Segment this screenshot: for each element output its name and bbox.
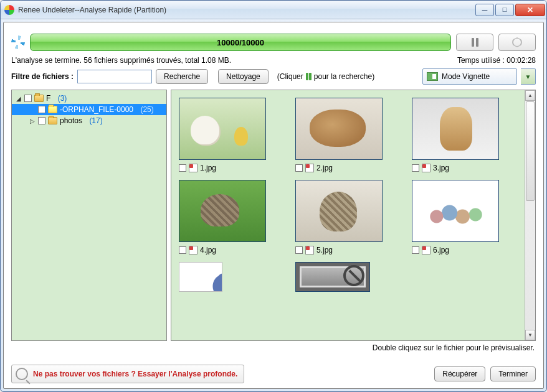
thumbnail-image[interactable] — [179, 98, 266, 160]
spinner-icon — [11, 35, 25, 49]
window-title: Renee Undeleter--Analyse Rapide (Partiti… — [18, 6, 475, 14]
filter-hint: (Cliquer pour la recherche) — [277, 72, 374, 81]
finish-button[interactable]: Terminer — [490, 366, 536, 381]
tree-checkbox[interactable] — [38, 106, 45, 113]
tree-label: photos — [60, 116, 82, 125]
file-checkbox[interactable] — [295, 246, 303, 254]
stop-button[interactable] — [498, 34, 536, 51]
elapsed-time: Temps utilisé : 00:02:28 — [457, 56, 536, 65]
scroll-thumb[interactable] — [526, 101, 535, 201]
file-thumb[interactable]: 6.jpg — [412, 180, 517, 254]
collapse-icon[interactable]: ◢ — [16, 95, 22, 102]
file-checkbox[interactable] — [179, 164, 186, 172]
tree-row-orphan[interactable]: -ORPHAN_FILE-0000 (25) — [12, 104, 166, 115]
thumbnail-grid: 1.jpg 2.jpg — [171, 90, 525, 340]
file-thumb[interactable]: 3.jpg — [412, 98, 517, 172]
tree-row-root[interactable]: ◢ F (3) — [12, 93, 166, 104]
tree-checkbox[interactable] — [38, 117, 45, 124]
jpg-icon — [422, 246, 430, 254]
file-checkbox[interactable] — [412, 164, 419, 172]
scroll-down-button[interactable]: ▼ — [525, 330, 535, 340]
thumbnail-image[interactable] — [295, 180, 383, 242]
jpg-icon — [422, 164, 430, 172]
progress-text: 10000/10000 — [217, 38, 264, 47]
recover-button[interactable]: Récupérer — [434, 366, 485, 381]
maximize-button[interactable] — [495, 4, 514, 16]
jpg-icon — [305, 164, 314, 172]
app-window: Renee Undeleter--Analyse Rapide (Partiti… — [0, 0, 547, 392]
thumbnail-image[interactable] — [459, 262, 471, 274]
folder-icon — [34, 95, 44, 102]
thumbnail-image[interactable] — [295, 262, 370, 292]
pause-button[interactable] — [456, 34, 493, 51]
magnifier-icon — [16, 368, 28, 380]
filter-input[interactable] — [77, 70, 152, 83]
folder-icon — [48, 106, 57, 113]
preview-hint: Double cliquez sur le fichier pour le pr… — [11, 341, 536, 358]
file-name: 6.jpg — [433, 246, 449, 254]
minimize-button[interactable] — [475, 4, 494, 16]
file-thumb[interactable] — [295, 262, 401, 292]
file-checkbox[interactable] — [295, 164, 303, 172]
clear-button[interactable]: Nettoyage — [218, 69, 269, 84]
file-checkbox[interactable] — [179, 246, 186, 254]
scroll-up-button[interactable]: ▲ — [525, 90, 535, 101]
jpg-icon — [305, 246, 314, 254]
file-name: 1.jpg — [200, 164, 216, 172]
stop-icon — [512, 37, 522, 47]
tree-count: (17) — [89, 116, 102, 125]
tree-count: (3) — [58, 94, 67, 103]
deep-scan-label: Ne pas trouver vos fichiers ? Essayer l'… — [33, 370, 237, 378]
no-preview-icon — [343, 265, 364, 286]
status-text: L'analyse se termine. 56 fichiers suppri… — [11, 56, 231, 65]
tree-label: -ORPHAN_FILE-0000 — [60, 105, 133, 114]
search-button[interactable]: Recherche — [156, 69, 208, 84]
tree-checkbox[interactable] — [24, 95, 32, 102]
app-icon — [4, 5, 14, 15]
file-name: 4.jpg — [200, 246, 216, 254]
thumbnail-image[interactable] — [412, 180, 499, 242]
file-thumb[interactable]: 4.jpg — [179, 180, 284, 254]
pause-icon — [472, 38, 478, 47]
file-thumb[interactable] — [412, 262, 517, 292]
file-thumb[interactable]: 2.jpg — [295, 98, 401, 172]
filter-label: Filtre de fichiers : — [11, 72, 74, 81]
thumbnail-image[interactable] — [179, 262, 222, 292]
folder-icon — [48, 117, 57, 124]
scrollbar[interactable]: ▲ ▼ — [525, 90, 535, 340]
tree-label: F — [46, 94, 50, 103]
jpg-icon — [189, 164, 197, 172]
progress-bar: 10000/10000 — [30, 34, 451, 51]
deep-scan-button[interactable]: Ne pas trouver vos fichiers ? Essayer l'… — [11, 365, 244, 383]
thumbnail-image[interactable] — [179, 180, 266, 242]
file-name: 5.jpg — [316, 246, 333, 254]
pause-hint-icon — [306, 73, 312, 80]
client-area: 10000/10000 L'analyse se termine. 56 fic… — [3, 22, 544, 389]
file-checkbox[interactable] — [412, 246, 419, 254]
view-mode-select[interactable]: Mode Vignette — [422, 68, 517, 85]
thumbnail-icon — [427, 72, 438, 81]
view-mode-dropdown[interactable]: ▼ — [521, 68, 536, 85]
file-thumb[interactable]: 5.jpg — [295, 180, 401, 254]
tree-count: (25) — [140, 105, 153, 114]
folder-tree[interactable]: ◢ F (3) -ORPHAN_FILE-0000 (25) ▷ pho — [11, 90, 167, 341]
file-name: 2.jpg — [316, 164, 333, 172]
expand-icon[interactable]: ▷ — [29, 118, 36, 124]
tree-row-photos[interactable]: ▷ photos (17) — [12, 115, 166, 126]
file-name: 3.jpg — [433, 164, 449, 172]
thumbnail-image[interactable] — [412, 98, 499, 160]
titlebar[interactable]: Renee Undeleter--Analyse Rapide (Partiti… — [1, 1, 546, 19]
close-button[interactable] — [515, 4, 545, 16]
file-thumb[interactable] — [179, 262, 284, 292]
thumbnail-image[interactable] — [295, 98, 383, 160]
jpg-icon — [189, 246, 197, 254]
view-mode-label: Mode Vignette — [442, 72, 490, 81]
file-thumb[interactable]: 1.jpg — [179, 98, 284, 172]
